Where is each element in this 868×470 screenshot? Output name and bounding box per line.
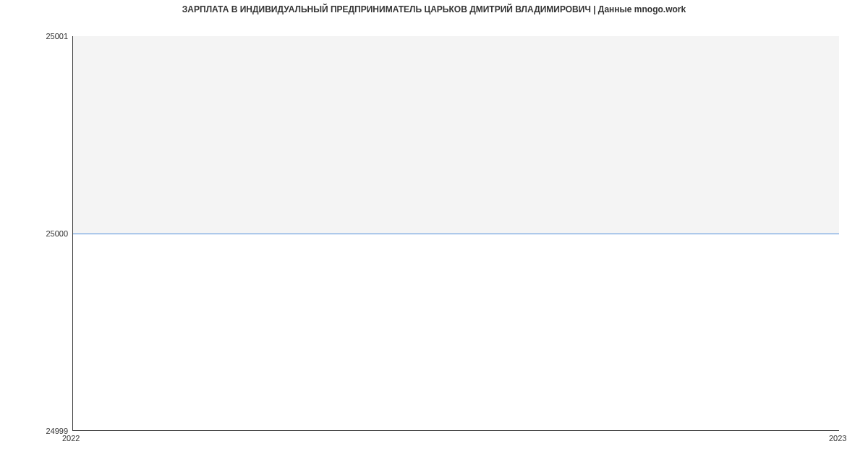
x-tick-left: 2022 xyxy=(62,434,80,443)
y-tick-mid: 25000 xyxy=(46,229,68,238)
area-fill xyxy=(73,36,839,234)
plot-area xyxy=(72,36,839,431)
data-line xyxy=(73,234,839,234)
y-tick-top: 25001 xyxy=(46,32,68,40)
chart-title: ЗАРПЛАТА В ИНДИВИДУАЛЬНЫЙ ПРЕДПРИНИМАТЕЛ… xyxy=(0,4,868,14)
x-tick-right: 2023 xyxy=(829,434,846,443)
salary-chart: ЗАРПЛАТА В ИНДИВИДУАЛЬНЫЙ ПРЕДПРИНИМАТЕЛ… xyxy=(0,0,868,470)
